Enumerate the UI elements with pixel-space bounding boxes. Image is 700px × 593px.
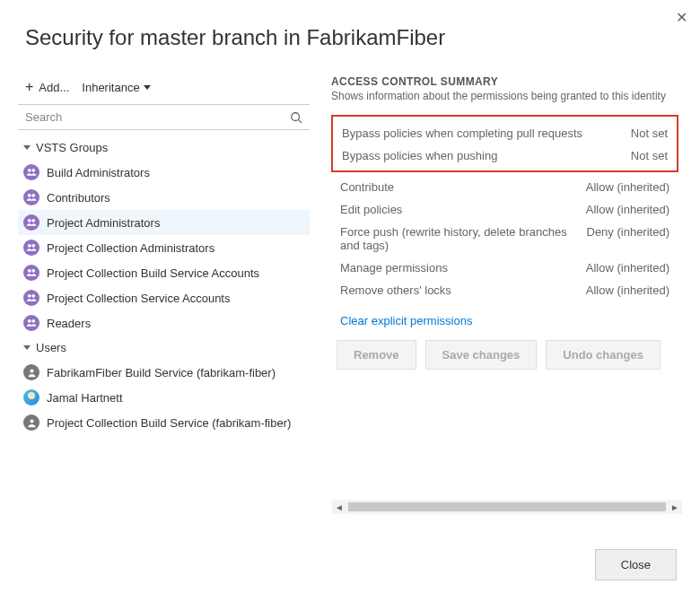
svg-point-9 xyxy=(31,244,35,248)
svg-point-5 xyxy=(31,194,35,197)
group-label: Build Administrators xyxy=(47,166,150,179)
permission-value: Allow (inherited) xyxy=(577,203,669,216)
permission-value: Allow (inherited) xyxy=(577,261,669,275)
permission-value: Deny (inherited) xyxy=(578,225,670,252)
permission-name: Remove others' locks xyxy=(340,283,451,297)
svg-point-2 xyxy=(28,169,31,172)
permission-value: Not set xyxy=(622,126,668,140)
group-label: Project Collection Build Service Account… xyxy=(47,266,259,280)
sidebar-item-group[interactable]: Readers xyxy=(18,310,310,336)
users-header[interactable]: Users xyxy=(18,336,310,360)
scroll-left-icon[interactable]: ◄ xyxy=(332,502,346,512)
scroll-right-icon[interactable]: ► xyxy=(668,502,682,512)
user-avatar-icon xyxy=(23,389,39,406)
sidebar-item-group[interactable]: Contributors xyxy=(18,185,310,210)
svg-point-8 xyxy=(28,244,31,248)
identity-tree: VSTS Groups Build AdministratorsContribu… xyxy=(18,130,310,435)
undo-changes-button[interactable]: Undo changes xyxy=(546,340,661,370)
svg-point-10 xyxy=(28,269,31,273)
svg-point-3 xyxy=(31,169,35,172)
sidebar-item-group[interactable]: Project Collection Service Accounts xyxy=(18,285,310,310)
acs-description: Shows information about the permissions … xyxy=(331,90,678,102)
left-panel: + Add... Inheritance VSTS Groups Build A… xyxy=(18,75,319,533)
sidebar-item-user[interactable]: Jamal Hartnett xyxy=(18,385,310,410)
service-account-icon xyxy=(23,364,39,380)
groups-header[interactable]: VSTS Groups xyxy=(18,135,310,160)
plus-icon: + xyxy=(25,79,33,95)
svg-point-16 xyxy=(30,369,33,372)
close-icon[interactable]: ✕ xyxy=(676,9,687,26)
svg-point-4 xyxy=(28,194,31,197)
action-buttons: Remove Save changes Undo changes xyxy=(331,340,678,370)
group-label: Contributors xyxy=(47,191,110,205)
permission-row[interactable]: Force push (rewrite history, delete bran… xyxy=(331,221,678,257)
inheritance-label: Inheritance xyxy=(82,81,139,94)
permission-value: Not set xyxy=(622,149,668,162)
permission-name: Edit policies xyxy=(340,203,402,216)
svg-line-1 xyxy=(299,119,302,123)
dialog-footer: Close xyxy=(0,536,700,593)
svg-point-7 xyxy=(31,219,35,222)
dialog-title: Security for master branch in FabrikamFi… xyxy=(0,0,700,57)
scrollbar-thumb[interactable] xyxy=(348,502,666,511)
chevron-down-icon xyxy=(144,85,151,90)
group-icon xyxy=(23,315,39,331)
svg-point-11 xyxy=(31,269,35,273)
highlighted-permissions: Bypass policies when completing pull req… xyxy=(331,115,678,172)
sidebar-item-user[interactable]: Project Collection Build Service (fabrik… xyxy=(18,410,310,435)
permission-row[interactable]: ContributeAllow (inherited) xyxy=(331,176,678,198)
group-icon xyxy=(23,265,39,281)
search-icon xyxy=(290,111,302,124)
add-label: Add... xyxy=(39,81,69,94)
group-label: Readers xyxy=(47,317,91,330)
save-changes-button[interactable]: Save changes xyxy=(425,340,538,370)
permission-row[interactable]: Bypass policies when completing pull req… xyxy=(340,122,669,144)
group-label: Project Collection Service Accounts xyxy=(47,292,230,305)
acs-title: ACCESS CONTROL SUMMARY xyxy=(331,75,678,88)
horizontal-scrollbar[interactable]: ◄ ► xyxy=(332,500,682,514)
group-label: Project Administrators xyxy=(47,216,160,230)
chevron-down-icon xyxy=(23,145,31,150)
permission-name: Manage permissions xyxy=(340,261,448,275)
sidebar-item-group[interactable]: Project Collection Build Service Account… xyxy=(18,260,310,285)
group-icon xyxy=(23,189,39,205)
svg-point-14 xyxy=(28,319,31,323)
user-label: Project Collection Build Service (fabrik… xyxy=(47,416,291,430)
sidebar-item-group[interactable]: Build Administrators xyxy=(18,160,310,185)
user-label: Jamal Hartnett xyxy=(47,391,123,405)
service-account-icon xyxy=(23,414,39,431)
permission-row[interactable]: Edit policiesAllow (inherited) xyxy=(331,198,678,221)
sidebar-item-group[interactable]: Project Collection Administrators xyxy=(18,235,310,260)
svg-point-6 xyxy=(28,219,31,222)
group-label: Project Collection Administrators xyxy=(47,241,214,255)
right-panel: ACCESS CONTROL SUMMARY Shows information… xyxy=(319,75,700,533)
group-icon xyxy=(23,214,39,231)
group-icon xyxy=(23,290,39,306)
svg-point-17 xyxy=(30,419,33,423)
close-button[interactable]: Close xyxy=(595,549,677,580)
clear-explicit-permissions-link[interactable]: Clear explicit permissions xyxy=(331,301,678,340)
svg-point-15 xyxy=(31,319,35,323)
add-button[interactable]: + Add... xyxy=(25,79,69,95)
permission-row[interactable]: Bypass policies when pushingNot set xyxy=(340,144,669,167)
permission-value: Allow (inherited) xyxy=(577,180,669,194)
permission-row[interactable]: Manage permissionsAllow (inherited) xyxy=(331,257,678,279)
permission-name: Force push (rewrite history, delete bran… xyxy=(340,225,578,252)
group-icon xyxy=(23,240,39,256)
search-row xyxy=(18,104,310,130)
svg-point-0 xyxy=(292,112,300,120)
remove-button[interactable]: Remove xyxy=(337,340,416,370)
search-input[interactable] xyxy=(25,110,290,124)
permission-name: Contribute xyxy=(340,180,394,194)
svg-point-13 xyxy=(31,294,35,298)
permission-name: Bypass policies when completing pull req… xyxy=(342,126,582,140)
inheritance-dropdown[interactable]: Inheritance xyxy=(82,81,150,94)
group-icon xyxy=(23,164,39,180)
permission-row[interactable]: Remove others' locksAllow (inherited) xyxy=(331,279,678,301)
chevron-down-icon xyxy=(23,345,31,350)
sidebar-item-user[interactable]: FabrikamFiber Build Service (fabrikam-fi… xyxy=(18,360,310,385)
sidebar-item-group[interactable]: Project Administrators xyxy=(18,210,310,235)
permission-value: Allow (inherited) xyxy=(577,283,669,297)
permission-name: Bypass policies when pushing xyxy=(342,149,497,162)
user-label: FabrikamFiber Build Service (fabrikam-fi… xyxy=(47,366,276,379)
